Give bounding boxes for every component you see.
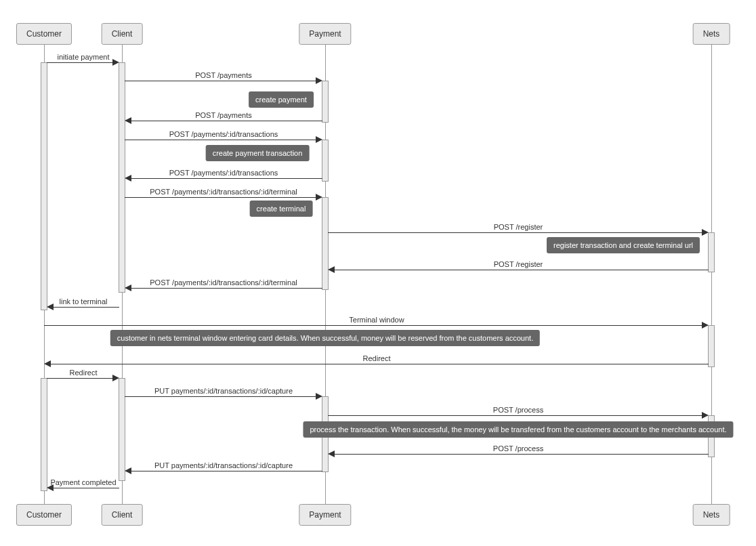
participant-nets-top: Nets: [693, 23, 730, 45]
note-terminal-window: customer in nets terminal window enterin…: [110, 330, 540, 346]
note-register: register transaction and create terminal…: [547, 237, 700, 253]
sequence-diagram: Customer Client Payment Nets initiate pa…: [0, 0, 756, 546]
activation-client-2: [119, 378, 125, 481]
activation-payment-1: [322, 81, 329, 123]
activation-nets-2: [708, 325, 715, 367]
activation-nets-1: [708, 232, 715, 272]
activation-payment-2: [322, 140, 329, 182]
note-create-payment: create payment: [249, 91, 314, 108]
activation-customer: [41, 62, 47, 310]
participant-client-bottom: Client: [102, 504, 143, 526]
participant-payment-top: Payment: [299, 23, 351, 45]
participant-client-top: Client: [102, 23, 143, 45]
note-create-terminal: create terminal: [250, 201, 313, 217]
note-process: process the transaction. When successful…: [303, 421, 733, 438]
note-create-tx: create payment transaction: [206, 145, 310, 161]
activation-client-1: [119, 62, 125, 293]
participant-customer-top: Customer: [16, 23, 72, 45]
participant-nets-bottom: Nets: [693, 504, 730, 526]
activation-payment-3: [322, 197, 329, 290]
participant-payment-bottom: Payment: [299, 504, 351, 526]
activation-customer-2: [41, 378, 47, 491]
participant-customer-bottom: Customer: [16, 504, 72, 526]
